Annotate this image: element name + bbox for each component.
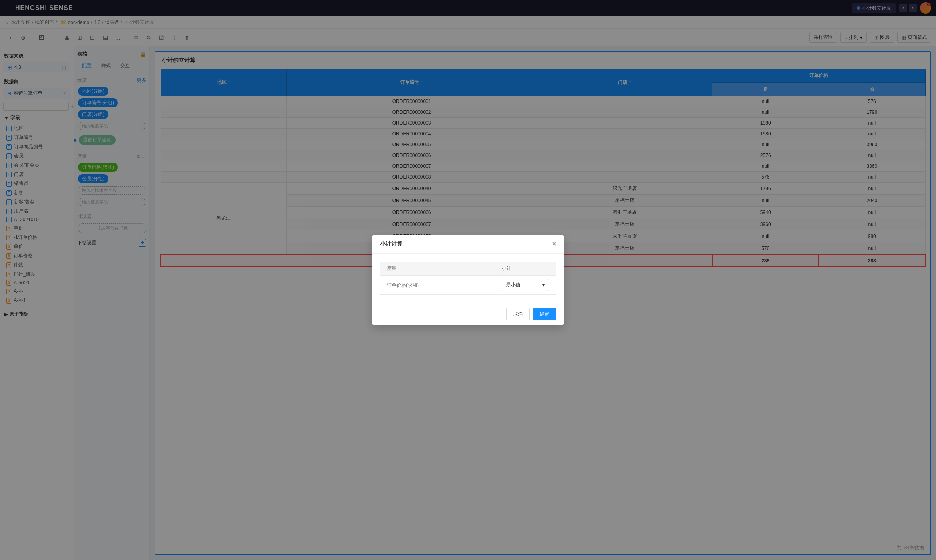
modal-subtotal-value: 最小值 — [506, 282, 520, 288]
modal: 小计计算 × 度量 小计 — [372, 235, 564, 325]
modal-select-chevron: ▾ — [542, 282, 545, 288]
modal-table: 度量 小计 最小值 ▾ — [380, 262, 556, 295]
modal-th-measure: 度量 — [380, 262, 495, 276]
modal-row: 最小值 ▾ — [380, 276, 556, 295]
modal-footer: 取消 确定 — [372, 303, 564, 325]
modal-measure-cell — [380, 276, 495, 295]
modal-header: 小计计算 × — [372, 235, 564, 254]
cancel-button[interactable]: 取消 — [506, 308, 530, 320]
confirm-button[interactable]: 确定 — [533, 308, 556, 320]
modal-subtotal-cell: 最小值 ▾ — [495, 276, 556, 295]
modal-overlay[interactable]: 小计计算 × 度量 小计 — [0, 0, 936, 560]
modal-title: 小计计算 — [380, 240, 402, 248]
modal-th-subtotal: 小计 — [495, 262, 556, 276]
modal-measure-input[interactable] — [387, 282, 488, 288]
modal-body: 度量 小计 最小值 ▾ — [372, 254, 564, 303]
modal-close-icon[interactable]: × — [552, 240, 556, 248]
modal-subtotal-select[interactable]: 最小值 ▾ — [502, 279, 549, 291]
